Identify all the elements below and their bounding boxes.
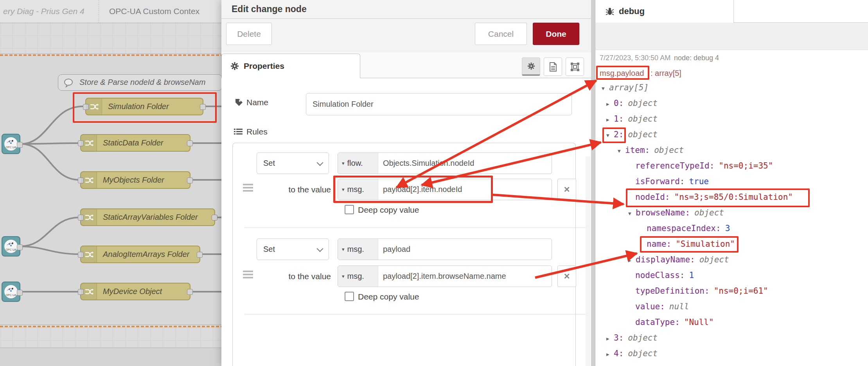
annotation-box xyxy=(626,188,810,207)
opcua-icon: OPC UA xyxy=(4,285,18,298)
caret-icon[interactable]: ▾ xyxy=(602,85,609,92)
drag-handle[interactable] xyxy=(243,184,253,192)
change-node-staticarrayvariables-folder[interactable]: StaticArrayVariables Folder xyxy=(80,208,215,226)
gear-icon xyxy=(230,62,239,70)
change-node-analogitemarrays-folder[interactable]: AnalogItemArrays Folder xyxy=(80,246,200,263)
rule-action-select[interactable]: Set xyxy=(257,152,329,174)
debug-tree-row[interactable]: nodeClass:1 xyxy=(635,271,694,280)
comment-node[interactable]: Store & Parse nodeId & browseNam xyxy=(58,74,222,91)
opcua-browser-node[interactable]: OPC UA xyxy=(2,236,20,257)
debug-tree-row[interactable]: ▾browseName:object xyxy=(628,208,724,217)
node-output-port[interactable] xyxy=(197,252,203,258)
caret-icon[interactable]: ▸ xyxy=(606,116,614,123)
debug-tree-row[interactable]: namespaceIndex:3 xyxy=(647,224,730,233)
document-icon xyxy=(549,62,557,72)
caret-down-icon: ▾ xyxy=(342,246,345,252)
rule-action-select[interactable]: Set xyxy=(257,239,329,260)
tab-debug-label: debug xyxy=(619,6,645,16)
wire[interactable] xyxy=(20,217,79,246)
property-type-label: msg. xyxy=(347,272,364,281)
caret-icon[interactable]: ▸ xyxy=(606,335,614,342)
annotation-box xyxy=(333,176,493,203)
node-output-port[interactable] xyxy=(17,142,23,148)
tab-debug[interactable]: debug xyxy=(595,0,734,23)
opcua-browser-node[interactable]: OPC UA xyxy=(2,134,20,154)
annotation-box xyxy=(602,127,626,143)
node-label: StaticArrayVariables Folder xyxy=(103,209,198,225)
name-label-row: Name xyxy=(235,98,268,107)
caret-icon[interactable]: ▾ xyxy=(628,210,636,217)
node-output-port[interactable] xyxy=(212,215,217,221)
debug-msg-summary[interactable]: : array[5] xyxy=(651,69,681,78)
caret-icon[interactable]: ▸ xyxy=(606,100,614,108)
deep-copy-checkbox[interactable] xyxy=(345,292,354,301)
debug-tree-row[interactable]: ▸3:object xyxy=(606,333,658,343)
node-output-port[interactable] xyxy=(187,140,193,146)
caret-icon[interactable]: ▸ xyxy=(606,351,614,358)
dialog-tab-bar: Properties xyxy=(221,52,591,78)
opcua-icon: OPC UA xyxy=(4,240,18,253)
debug-tree-row[interactable]: ▸0:object xyxy=(606,99,658,108)
canvas-gap xyxy=(591,0,595,366)
node-output-port[interactable] xyxy=(17,244,23,250)
drag-handle[interactable] xyxy=(243,271,253,278)
opcua-browser-node[interactable]: OPC UA xyxy=(2,282,20,302)
delete-rule-button[interactable]: × xyxy=(557,266,576,287)
list-icon xyxy=(234,128,243,135)
comment-label: Store & Parse nodeId & browseNam xyxy=(79,78,205,87)
debug-tree-row[interactable]: dataType:"Null" xyxy=(635,318,714,327)
node-output-port[interactable] xyxy=(187,289,193,295)
debug-tree-row[interactable]: ▾item:object xyxy=(618,145,684,155)
debug-node-name: node: debug 4 xyxy=(674,54,719,62)
rule-target-input[interactable]: ▾ flow. Objects.Simulation.nodeId xyxy=(338,152,552,174)
property-type-selector[interactable]: ▾ msg. xyxy=(338,239,378,260)
change-node-mydevice-object[interactable]: MyDevice Object xyxy=(80,283,190,300)
name-input[interactable]: Simulation Folder xyxy=(306,93,572,115)
debug-tree-row[interactable]: value:null xyxy=(635,302,689,311)
change-node-staticdata-folder[interactable]: StaticData Folder xyxy=(80,134,190,152)
rule-divider xyxy=(244,314,586,314)
cancel-button[interactable]: Cancel xyxy=(475,23,527,45)
dialog-scrollbar[interactable] xyxy=(586,156,590,366)
rule-value-input[interactable]: ▾ msg. payload[2].item.browseName.name xyxy=(338,266,552,287)
tab-properties[interactable]: Properties xyxy=(221,54,360,78)
to-the-value-label: to the value xyxy=(268,185,331,194)
delete-button[interactable]: Delete xyxy=(226,23,272,45)
node-label: AnalogItemArrays Folder xyxy=(103,246,189,262)
debug-tree-row[interactable]: ▸displayName:object xyxy=(628,255,729,264)
to-the-value-label: to the value xyxy=(268,272,331,281)
dialog-title: Edit change node xyxy=(232,4,307,14)
node-red-editor: ery Diag - Prius Gen 4 OPC-UA Custom Con… xyxy=(0,0,868,366)
debug-tree-row[interactable]: ▾array[5] xyxy=(602,83,649,92)
debug-tree-row[interactable]: ▸1:object xyxy=(606,114,658,124)
shuffle-icon xyxy=(81,283,97,300)
wire[interactable] xyxy=(20,246,79,254)
rule-target-input[interactable]: ▾ msg. payload xyxy=(338,239,552,260)
property-type-selector[interactable]: ▾ msg. xyxy=(338,266,378,287)
node-output-port[interactable] xyxy=(187,178,193,183)
delete-rule-button[interactable]: × xyxy=(557,179,576,200)
node-description-button[interactable] xyxy=(544,57,562,76)
debug-tree-row[interactable]: ▸4:object xyxy=(606,349,658,358)
shuffle-icon xyxy=(81,209,97,225)
chevron-down-icon xyxy=(317,246,323,252)
node-output-port[interactable] xyxy=(17,290,23,296)
node-label: StaticData Folder xyxy=(103,135,164,151)
deep-copy-checkbox[interactable] xyxy=(345,205,354,214)
debug-tree-row[interactable]: referenceTypeId:"ns=0;i=35" xyxy=(635,161,773,170)
node-label: MyDevice Object xyxy=(103,283,162,300)
node-appearance-button[interactable] xyxy=(566,57,584,76)
node-settings-button[interactable] xyxy=(522,57,540,76)
shuffle-icon xyxy=(81,135,97,151)
change-node-myobjects-folder[interactable]: MyObjects Folder xyxy=(80,171,190,189)
caret-icon[interactable]: ▸ xyxy=(628,257,636,264)
deep-copy-label: Deep copy value xyxy=(358,292,419,301)
debug-tree-row[interactable]: typeDefinition:"ns=0;i=61" xyxy=(635,286,768,296)
debug-timestamp: 7/27/2023, 5:30:50 AM xyxy=(600,54,670,62)
done-button[interactable]: Done xyxy=(533,23,579,45)
wire[interactable] xyxy=(20,144,79,180)
speech-bubble-icon xyxy=(64,78,74,88)
caret-icon[interactable]: ▾ xyxy=(618,147,625,154)
property-type-selector[interactable]: ▾ flow. xyxy=(338,153,378,174)
debug-tree-row[interactable]: isForward:true xyxy=(635,177,709,186)
